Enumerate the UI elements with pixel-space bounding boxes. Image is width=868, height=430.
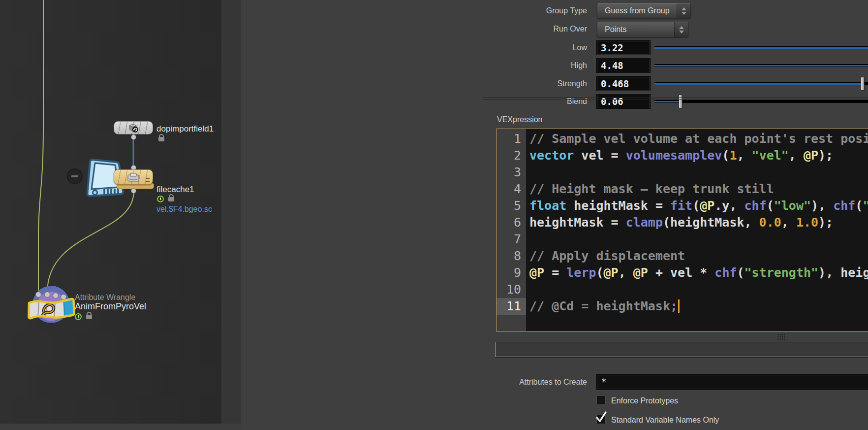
node-wires [0,0,241,430]
slider-handle[interactable] [861,77,865,91]
code-line[interactable]: 2vector vel = volumesamplev(1, "vel", @P… [496,147,868,164]
filecache-corner-mark [146,178,150,182]
group-type-value: Guess from Group [605,6,670,15]
wrangle-type-label: Attribute Wrangle [75,293,135,302]
code-line-text: // Apply displacement [526,248,685,265]
line-number: 5 [496,198,526,214]
code-line[interactable]: 6heightMask = clamp(heightMask, 0.0, 1.0… [496,214,868,231]
vexpression-label: VEXpression [497,115,543,124]
line-number: 4 [496,181,526,198]
spinner-arrows-icon[interactable] [674,22,688,37]
bypass-minus-badge[interactable] [67,168,83,184]
low-label: Low [487,43,587,52]
pane-splitter[interactable] [221,0,241,430]
strength-label: Strength [487,79,587,88]
code-line[interactable]: 7 [496,231,868,248]
line-number: 1 [496,131,526,147]
run-over-label: Run Over [487,25,587,33]
group-type-dropdown[interactable]: Guess from Group [597,3,691,19]
node-dopimportfield1[interactable] [114,121,153,134]
node-label-animfrompyrovel[interactable]: AnimFromPyroVel [75,301,146,312]
node-label-dopimportfield1[interactable]: dopimportfield1 [156,124,214,134]
checkmark-icon [595,411,608,424]
filecache-file-path[interactable]: vel.$F4.bgeo.sc [156,205,212,214]
code-line-text: // Height mask – keep trunk still [526,181,774,198]
code-area[interactable]: 1// Sample vel volume at each point's re… [496,131,868,315]
time-dependent-clock-icon [157,196,164,202]
wire-input-left [38,0,43,293]
code-line[interactable]: 11// @Cd = heightMask; [496,298,868,315]
line-number: 6 [496,214,526,231]
time-dependent-clock-icon [75,313,82,320]
line-number: 9 [496,265,526,281]
low-field[interactable]: 3.22 [596,40,651,55]
code-line[interactable]: 9@P = lerp(@P, @P + vel * chf("strength"… [496,265,868,281]
high-label: High [487,61,587,70]
attributes-to-create-label: Attributes to Create [487,378,587,387]
enforce-prototypes-checkbox[interactable] [596,396,606,405]
high-slider[interactable] [654,59,868,72]
code-line-text: // Sample vel volume at each point's res… [526,131,868,147]
line-number: 3 [496,164,526,181]
filecache-output-connector[interactable] [131,188,136,194]
lock-icon [86,315,92,319]
code-line[interactable]: 3 [496,164,868,181]
node-attribwrangle-flag[interactable] [27,296,76,323]
code-line-text [526,231,529,248]
line-number: 11 [496,298,526,315]
code-line[interactable]: 4// Height mask – keep trunk still [496,181,868,198]
code-line[interactable]: 8// Apply displacement [496,248,868,265]
wire-filecache-to-wrangle [47,191,134,293]
group-type-label: Group Type [487,6,587,15]
lock-icon [168,197,174,201]
run-over-dropdown[interactable]: Points [597,22,688,37]
code-line-text: // @Cd = heightMask; [526,298,680,315]
high-field[interactable]: 4.48 [596,58,651,73]
code-line-text: heightMask = clamp(heightMask, 0.0, 1.0)… [526,214,833,231]
code-line-text: float heightMask = fit(@P.y, chf("low"),… [526,198,868,214]
line-number: 2 [496,147,526,164]
file-cache-disk-icon [127,173,139,182]
code-line-text: @P = lerp(@P, @P + vel * chf("strength")… [526,265,868,281]
dop-import-icon [127,123,139,133]
lock-icon [158,137,164,141]
blend-field[interactable]: 0.06 [596,94,651,109]
editor-message-bar [495,342,868,357]
horizontal-resize-grip-icon[interactable] [777,333,785,341]
network-editor-pane[interactable]: dopimportfield1 filecache1 vel.$F4.bgeo.… [0,0,221,430]
strength-field[interactable]: 0.468 [596,76,651,91]
run-over-value: Points [605,25,626,33]
code-line-text [526,164,529,181]
node-filecache1[interactable] [114,169,153,185]
network-pane-bottom-edge [0,424,241,430]
enforce-prototypes-label[interactable]: Enforce Prototypes [611,397,678,405]
strength-slider[interactable] [654,77,868,91]
text-cursor [678,299,680,313]
spinner-arrows-icon[interactable] [677,3,690,18]
low-slider[interactable] [654,41,868,55]
line-number: 10 [496,281,526,298]
parameter-pane: Group Type Guess from Group Run Over Poi… [241,0,868,430]
standard-variable-names-label[interactable]: Standard Variable Names Only [611,416,719,425]
code-line[interactable]: 1// Sample vel volume at each point's re… [496,131,868,147]
attributes-to-create-field[interactable]: * [596,374,868,390]
dopimport-output-connector[interactable] [131,134,136,140]
node-label-filecache1[interactable]: filecache1 [156,185,194,195]
code-line[interactable]: 5float heightMask = fit(@P.y, chf("low")… [496,198,868,214]
code-line[interactable]: 10 [496,281,868,298]
section-divider [483,97,868,100]
code-line-text [526,281,529,298]
vexpression-code-editor[interactable]: 1// Sample vel volume at each point's re… [496,129,868,331]
line-number: 8 [496,248,526,265]
code-line-text: vector vel = volumesamplev(1, "vel", @P)… [526,147,833,164]
line-number: 7 [496,231,526,248]
